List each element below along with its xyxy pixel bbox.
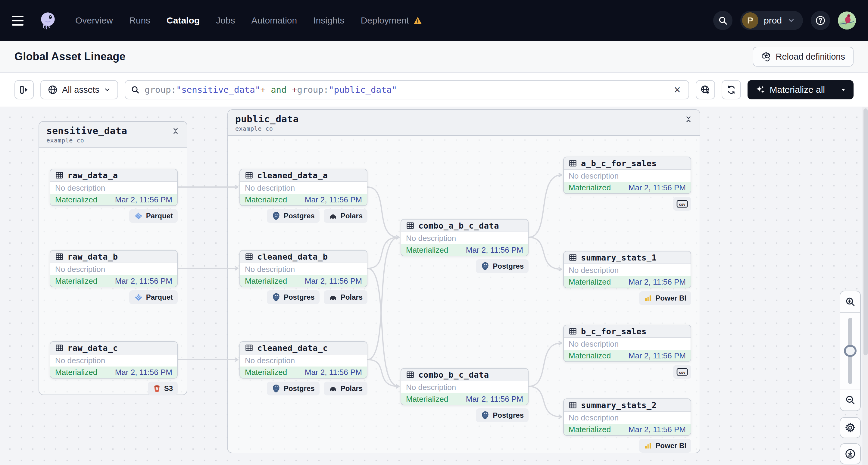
hamburger-menu-icon[interactable]	[12, 16, 27, 26]
asset-node-combo_b_c_data[interactable]: combo_b_c_data No description Materializ…	[401, 368, 529, 405]
kind-badge-label: Postgres	[493, 411, 524, 420]
polars-badge[interactable]: Polars	[324, 209, 367, 223]
table-icon	[245, 344, 253, 352]
powerbi-badge[interactable]: Power BI	[639, 291, 691, 305]
materialization-timestamp[interactable]: Mar 2, 11:56 PM	[466, 395, 523, 404]
nav-item-deployment[interactable]: Deployment	[361, 16, 422, 26]
vertical-scrollbar[interactable]	[863, 107, 868, 465]
asset-status-row: Materialized Mar 2, 11:56 PM	[240, 275, 367, 287]
nav-item-insights[interactable]: Insights	[313, 16, 344, 26]
kind-badges-combo_a_b_c_data: Postgres	[401, 259, 529, 273]
asset-node-b_c_for_sales[interactable]: b_c_for_sales No description Materialize…	[563, 324, 691, 362]
postgres-badge[interactable]: Postgres	[476, 259, 529, 273]
asset-scope-dropdown[interactable]: All assets	[40, 80, 118, 99]
zoom-slider-thumb[interactable]	[844, 345, 857, 357]
asset-name: raw_data_a	[67, 171, 118, 180]
lineage-canvas[interactable]: sensitive_data example_co public_data ex…	[0, 107, 868, 465]
materialized-status: Materialized	[245, 276, 287, 286]
asset-node-combo_a_b_c_data[interactable]: combo_a_b_c_data No description Material…	[401, 219, 529, 256]
nav-item-jobs[interactable]: Jobs	[216, 16, 235, 26]
s3-badge[interactable]: S3	[148, 381, 178, 396]
asset-description: No description	[564, 264, 691, 276]
clear-search-icon[interactable]: ×	[671, 84, 683, 95]
graph-settings-button[interactable]	[840, 417, 861, 438]
nav-item-overview[interactable]: Overview	[75, 16, 113, 26]
table-icon	[406, 370, 414, 379]
collapse-group-button[interactable]	[685, 114, 692, 124]
asset-search-input[interactable]: group:"sensitive_data"+ and +group:"publ…	[125, 80, 689, 99]
csv-badge[interactable]: csv	[673, 197, 691, 211]
query-token-op: +	[292, 85, 297, 95]
reload-definitions-button[interactable]: Reload definitions	[753, 47, 854, 67]
deployment-switcher[interactable]: P prod	[740, 11, 803, 30]
kind-badges-raw_data_a: Parquet	[50, 209, 178, 223]
nav-item-automation[interactable]: Automation	[251, 16, 297, 26]
table-icon	[245, 252, 253, 261]
materialize-all-button[interactable]: Materialize all	[747, 80, 833, 99]
materialization-timestamp[interactable]: Mar 2, 11:56 PM	[628, 183, 686, 192]
materialization-timestamp[interactable]: Mar 2, 11:56 PM	[305, 276, 362, 286]
polars-badge[interactable]: Polars	[324, 290, 367, 304]
asset-name: summary_stats_2	[581, 401, 657, 410]
nav-item-label: Jobs	[216, 16, 235, 26]
vertical-scrollbar-thumb[interactable]	[864, 108, 868, 355]
asset-status-row: Materialized Mar 2, 11:56 PM	[564, 276, 691, 288]
search-button[interactable]	[713, 11, 733, 30]
powerbi-badge[interactable]: Power BI	[639, 439, 691, 453]
group-header-public_data[interactable]: public_data example_co	[228, 110, 700, 136]
zoom-out-button[interactable]	[840, 389, 860, 410]
table-icon	[406, 221, 414, 230]
materialize-options-button[interactable]	[833, 80, 854, 99]
fetch-remote-assets-button[interactable]	[696, 80, 715, 99]
nav-item-runs[interactable]: Runs	[129, 16, 150, 26]
materialization-timestamp[interactable]: Mar 2, 11:56 PM	[305, 195, 362, 205]
parquet-badge[interactable]: Parquet	[129, 290, 178, 304]
refresh-graph-button[interactable]	[722, 80, 741, 99]
collapse-group-button[interactable]	[172, 125, 180, 136]
asset-node-raw_data_c[interactable]: raw_data_c No description Materialized M…	[50, 341, 178, 378]
nav-item-catalog[interactable]: Catalog	[166, 16, 200, 26]
asset-node-raw_data_a[interactable]: raw_data_a No description Materialized M…	[50, 169, 178, 206]
s3-icon	[153, 384, 161, 393]
asset-node-raw_data_b[interactable]: raw_data_b No description Materialized M…	[50, 250, 178, 287]
asset-node-summary_stats_1[interactable]: summary_stats_1 No description Materiali…	[563, 251, 691, 288]
asset-node-header: raw_data_b	[50, 251, 177, 263]
postgres-badge[interactable]: Postgres	[267, 209, 319, 223]
group-header-sensitive_data[interactable]: sensitive_data example_co	[39, 122, 187, 148]
materialization-timestamp[interactable]: Mar 2, 11:56 PM	[466, 245, 523, 255]
asset-node-cleaned_data_b[interactable]: cleaned_data_b No description Materializ…	[240, 250, 367, 287]
asset-node-cleaned_data_c[interactable]: cleaned_data_c No description Materializ…	[240, 341, 367, 378]
dagster-logo-icon[interactable]	[38, 10, 58, 30]
table-icon	[569, 159, 577, 167]
zoom-in-button[interactable]	[840, 291, 860, 313]
postgres-icon	[481, 411, 490, 420]
materialized-status: Materialized	[406, 395, 448, 404]
materialization-timestamp[interactable]: Mar 2, 11:56 PM	[115, 195, 172, 205]
kind-badge-label: Power BI	[655, 441, 686, 450]
warning-triangle-icon	[413, 16, 422, 25]
user-avatar[interactable]	[838, 11, 856, 30]
nav-item-label: Insights	[313, 16, 344, 26]
asset-node-a_b_c_for_sales[interactable]: a_b_c_for_sales No description Materiali…	[563, 157, 691, 194]
parquet-badge[interactable]: Parquet	[129, 209, 178, 223]
asset-node-header: raw_data_a	[50, 169, 177, 182]
csv-badge[interactable]: csv	[673, 365, 691, 379]
postgres-badge[interactable]: Postgres	[267, 290, 319, 304]
postgres-badge[interactable]: Postgres	[267, 381, 319, 396]
materialization-timestamp[interactable]: Mar 2, 11:56 PM	[628, 277, 686, 287]
materialization-timestamp[interactable]: Mar 2, 11:56 PM	[628, 425, 686, 434]
postgres-badge[interactable]: Postgres	[476, 408, 529, 422]
download-graph-button[interactable]	[840, 443, 861, 464]
materialization-timestamp[interactable]: Mar 2, 11:56 PM	[305, 368, 362, 377]
help-button[interactable]	[811, 11, 830, 30]
asset-node-cleaned_data_a[interactable]: cleaned_data_a No description Materializ…	[240, 169, 367, 206]
materialization-timestamp[interactable]: Mar 2, 11:56 PM	[628, 351, 686, 361]
materialization-timestamp[interactable]: Mar 2, 11:56 PM	[115, 368, 172, 377]
csv-icon: csv	[676, 367, 688, 376]
open-left-panel-button[interactable]	[14, 80, 34, 99]
asset-node-summary_stats_2[interactable]: summary_stats_2 No description Materiali…	[563, 398, 691, 436]
table-icon	[569, 253, 577, 262]
polars-badge[interactable]: Polars	[324, 381, 367, 396]
search-icon	[718, 16, 727, 25]
materialization-timestamp[interactable]: Mar 2, 11:56 PM	[115, 276, 172, 286]
